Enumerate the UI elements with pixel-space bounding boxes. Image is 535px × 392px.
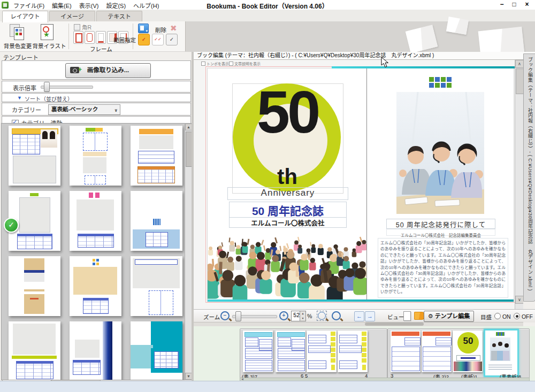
menu-item-3[interactable]: 設定(S) [102, 0, 129, 11]
frame-style-1-button[interactable] [73, 31, 83, 44]
cover-title-frame[interactable]: 50 周年記念誌 [229, 202, 347, 218]
template-thumbnail-tan-vertical[interactable] [9, 256, 60, 316]
filmstrip-page-cyan-table[interactable] [276, 330, 305, 372]
cover-number[interactable]: 50 [208, 82, 367, 142]
template-thumbnail-teal-blocks[interactable] [131, 321, 182, 380]
side-tab-label: ブック編集（テーマ：社内報（右綴じ））- ( C:¥Users¥Q¥Deskto… [524, 54, 534, 299]
zoom-label: ズーム [203, 313, 220, 321]
back-cover-page[interactable]: 50 周年記念誌発行に際して エルムコール〇株式会社 記念誌編集委員会 エルム〇… [367, 68, 514, 302]
show-trim-checkbox[interactable]: トンボを表示 [201, 61, 229, 66]
editor-title: ブック編集 (テーマ：社内報（右綴じ）) - ( C:¥Users¥Q¥Desk… [194, 52, 535, 60]
cover-company-frame[interactable]: エルムコール〇株式会社 [229, 217, 347, 228]
template-thumbnail-blue-footer[interactable] [131, 191, 182, 251]
template-edit-button[interactable]: ⚙ テンプレ編集 [424, 311, 474, 322]
zoom-percent-input[interactable] [292, 312, 300, 318]
template-thumbnail-orange-sections[interactable] [131, 126, 182, 186]
back-body-frame[interactable]: エルム〇〇株式会社の「30周年記念誌」いかがでしたか、皆様からのあゆみを振り返る… [378, 238, 508, 298]
menu-item-0[interactable]: ファイル(F) [10, 0, 48, 11]
spread-fold-line [366, 68, 367, 302]
filmstrip-page-orange-table[interactable] [391, 330, 421, 372]
template-thumbnail-photo-table-green[interactable]: ✓ [9, 191, 60, 251]
scrollbar-thumb[interactable] [516, 68, 523, 94]
corner-r-checkbox[interactable]: 角R [74, 23, 91, 31]
book-edit-side-tab[interactable]: ブック編集（テーマ：社内報（右綴じ））- ( C:¥Users¥Q¥Deskto… [523, 53, 535, 302]
filmstrip-page-yellow-side[interactable] [338, 330, 368, 372]
filmstrip-page-yellow-side[interactable] [307, 330, 337, 372]
scale-label: 表示倍率 [13, 83, 36, 92]
template-thumbnail-tan-block[interactable] [70, 256, 121, 316]
anniversary-text-frame[interactable]: Anniversary [227, 187, 348, 200]
single-page-view-icon[interactable] [403, 311, 411, 321]
zoom-percent-spinner[interactable]: ▲ ▼ [291, 311, 306, 321]
scale-slider-thumb[interactable] [44, 82, 50, 92]
next-page-button[interactable]: → [365, 311, 375, 321]
back-heading-frame[interactable]: 50 周年記念誌発行に際して [386, 219, 495, 229]
spinner-up-icon[interactable]: ▲ [300, 311, 305, 316]
frame-rounded-icon [87, 33, 93, 42]
filmstrip-page-orange-table[interactable] [422, 330, 452, 372]
background-illust-icon: ★ [41, 24, 54, 40]
back-subheading-frame[interactable]: エルムコール〇株式会社 記念誌編集委員会 [386, 229, 495, 236]
template-thumbnail-photo-greenbar-table[interactable] [9, 321, 60, 380]
filmstrip-page-cover50[interactable]: 50 [453, 330, 483, 372]
zoom-in-icon[interactable]: + [279, 311, 288, 320]
background-color-button[interactable]: 背景色変更 [3, 22, 32, 50]
category-select[interactable]: 裏表紙-ベーシック [48, 104, 120, 115]
menu-item-4[interactable]: ヘルプ(H) [129, 0, 163, 11]
spinner-down-icon[interactable]: ▼ [300, 316, 305, 321]
ribbon-tab-0[interactable]: レイアウト [2, 11, 48, 22]
scroll-down-icon[interactable]: ∨ [515, 296, 523, 304]
scrollbar-thumb[interactable] [365, 322, 424, 326]
range-check-1-button[interactable]: ✓ [138, 34, 150, 45]
ruler-off-radio[interactable]: OFF [514, 313, 533, 320]
delete-icon[interactable]: ✖ [170, 24, 177, 33]
ribbon-tab-2[interactable]: テキスト [96, 11, 142, 22]
frame-style-2-button[interactable] [85, 31, 95, 44]
canvas-vertical-scrollbar[interactable]: ∧ ∨ [515, 60, 523, 309]
ruler-on-radio[interactable]: ON [494, 313, 511, 320]
filmstrip-page-cyan-table[interactable] [243, 330, 273, 372]
background-illust-button[interactable]: ★ 背景イラスト [33, 22, 65, 50]
logo-square [447, 77, 452, 82]
maximize-icon[interactable]: □ [510, 1, 518, 9]
ribbon-tab-1[interactable]: イメージ [49, 11, 95, 22]
scroll-up-icon[interactable]: ∧ [515, 60, 523, 68]
minimize-icon[interactable]: − [498, 1, 506, 9]
range-check-2-button[interactable]: ✓✓ [152, 34, 164, 45]
company-logo[interactable] [429, 77, 452, 88]
prev-page-button[interactable]: ← [354, 311, 364, 321]
image-import-box: 画像取り込み... [2, 60, 191, 80]
selected-page-bottom-bar [208, 299, 514, 302]
frame-style-3-button[interactable] [96, 31, 106, 44]
cover-number-suffix[interactable]: th [208, 166, 367, 187]
filmstrip-page-back-people[interactable] [484, 329, 519, 377]
frame-bottom-icon [98, 33, 104, 43]
ribbon: 背景色変更 ★ 背景イラスト 角R フレーム 削除 ✖ 範囲指定 ✓ ✓✓ ✓ [0, 21, 535, 52]
crowd-illustration[interactable] [208, 233, 367, 302]
zoom-fit-icon[interactable] [332, 311, 341, 320]
template-thumbnail-gray-top-dashed[interactable] [131, 256, 182, 316]
template-thumbnail-navy-stripe[interactable] [70, 321, 121, 380]
cover-page[interactable]: 50 th Anniversary 50 周年記念誌 エルムコール〇株式会社 [208, 68, 367, 302]
range-dropdown-button[interactable] [138, 24, 149, 33]
template-panel: テンプレート 画像取り込み... 表示倍率 ▼ ソート（並び替え） カテゴリー … [0, 52, 192, 392]
template-thumbnail-dashed-green-tag[interactable] [70, 126, 121, 186]
zoom-out-icon[interactable]: − [220, 311, 230, 320]
zoom-slider-thumb[interactable] [235, 311, 241, 321]
menu-item-1[interactable]: 編集(E) [48, 0, 75, 11]
mouse-cursor [381, 57, 389, 68]
editor-canvas[interactable]: トンボを表示 文章説明を表示 50 th Anniversary 50 周年記念… [194, 60, 523, 309]
menu-item-2[interactable]: 表示(V) [75, 0, 103, 11]
range-select-label: 範囲指定 [113, 36, 136, 44]
template-thumbnail-news-photo-yellow[interactable] [9, 126, 60, 186]
image-import-button[interactable]: 画像取り込み... [65, 63, 151, 78]
range-check-3-button[interactable]: ✓ [166, 34, 178, 45]
staff-photo[interactable] [396, 92, 484, 214]
show-note-checkbox[interactable]: 文章説明を表示 [229, 61, 261, 66]
template-thumbnail-photo-table-pink[interactable] [70, 191, 121, 251]
sort-section-header[interactable]: ▼ ソート（並び替え） [2, 93, 191, 102]
spread-view-icon[interactable] [414, 312, 425, 320]
zoom-select-area[interactable] [317, 311, 327, 321]
selected-check-icon: ✓ [4, 218, 19, 233]
close-icon[interactable]: × [523, 1, 531, 9]
